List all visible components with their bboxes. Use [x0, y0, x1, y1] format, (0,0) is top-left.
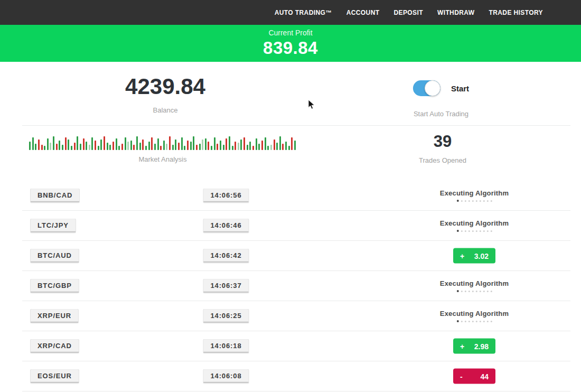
market-bar: [235, 142, 236, 150]
market-bar: [148, 142, 150, 150]
market-bar: [288, 146, 290, 150]
result-value: 2.98: [474, 342, 489, 350]
market-bar: [217, 144, 218, 150]
dot-icon: [472, 200, 474, 202]
market-bar: [98, 146, 99, 150]
dot-icon: [487, 230, 489, 232]
dot-icon: [483, 200, 485, 202]
market-bar: [258, 144, 260, 150]
dot-icon: [468, 291, 470, 292]
market-bar: [77, 136, 78, 150]
trade-row: BTC/AUD14:06:42+3.02: [22, 241, 570, 271]
market-bar: [116, 138, 117, 150]
market-bar: [35, 144, 36, 150]
market-bar: [282, 144, 284, 150]
dot-icon: [468, 321, 470, 322]
dot-icon: [491, 200, 492, 202]
dot-icon: [461, 291, 463, 292]
dot-icon: [487, 200, 489, 202]
market-bar: [62, 145, 63, 150]
trade-row: BNB/CAD14:06:56Executing Algorithm: [22, 181, 570, 211]
market-bar: [50, 143, 51, 150]
dot-icon: [491, 291, 492, 292]
market-bar: [220, 141, 221, 150]
time-badge: 14:06:37: [203, 279, 249, 293]
market-bar: [80, 144, 81, 150]
trades-opened-block: 39 Trades Opened: [419, 133, 466, 164]
trade-row: XRP/CAD14:06:18+2.98: [22, 331, 570, 361]
result-value: 3.02: [474, 251, 489, 260]
market-bar: [56, 144, 58, 150]
market-bar: [294, 141, 296, 150]
market-bar: [89, 145, 90, 150]
market-bar: [270, 145, 272, 150]
loss-badge: -44: [453, 369, 495, 384]
dot-icon: [487, 321, 489, 322]
dot-icon: [457, 230, 459, 232]
time-badge: 14:06:46: [203, 219, 249, 233]
result-sign: +: [460, 342, 464, 350]
market-bar: [190, 142, 192, 150]
market-bar: [178, 143, 180, 150]
market-bar: [243, 137, 245, 150]
market-bar: [279, 136, 281, 150]
top-nav: AUTO TRADING™ACCOUNTDEPOSITWITHDRAWTRADE…: [0, 0, 581, 25]
result-value: 44: [480, 372, 489, 380]
market-bar: [252, 146, 254, 150]
nav-item-trade-history[interactable]: TRADE HISTORY: [489, 9, 543, 16]
dot-icon: [483, 230, 485, 232]
market-bar: [238, 143, 239, 150]
trades-list: BNB/CAD14:06:56Executing AlgorithmLTC/JP…: [22, 181, 570, 391]
pair-badge: BNB/CAD: [30, 189, 80, 203]
dot-icon: [483, 291, 485, 292]
dot-icon: [465, 321, 466, 322]
market-bar: [29, 142, 31, 150]
trade-row: LTC/JPY14:06:46Executing Algorithm: [22, 211, 570, 241]
market-bar: [211, 146, 212, 150]
executing-algorithm-label: Executing Algorithm: [440, 189, 509, 197]
dot-icon: [461, 200, 463, 202]
balance-value: 4239.84: [125, 76, 205, 98]
dot-icon: [491, 321, 492, 322]
toggle-knob-icon: [425, 80, 441, 96]
trade-status-cell: Executing Algorithm: [440, 219, 509, 232]
dot-icon: [468, 200, 470, 202]
nav-item-account[interactable]: ACCOUNT: [346, 9, 380, 16]
trade-row: EOS/EUR14:06:08-44: [22, 361, 570, 391]
market-bar: [160, 146, 162, 150]
dot-icon: [483, 321, 485, 322]
current-profit-banner: Current Profit 839.84: [0, 25, 581, 62]
market-bar: [256, 138, 257, 150]
nav-item-auto-trading[interactable]: AUTO TRADING™: [275, 9, 332, 16]
trade-status-cell: +3.02: [453, 248, 495, 264]
market-bar: [100, 139, 102, 150]
dot-icon: [465, 200, 466, 202]
dot-icon: [480, 321, 481, 322]
market-bar: [109, 145, 111, 150]
trade-status-cell: Executing Algorithm: [440, 279, 509, 292]
profit-badge: +3.02: [453, 248, 495, 264]
dot-icon: [461, 321, 463, 322]
nav-item-withdraw[interactable]: WITHDRAW: [437, 9, 475, 16]
market-bar: [181, 137, 183, 150]
market-bar: [125, 137, 126, 150]
nav-item-deposit[interactable]: DEPOSIT: [393, 9, 423, 16]
market-bar: [163, 141, 165, 150]
market-bar: [157, 138, 159, 150]
time-badge: 14:06:56: [203, 189, 249, 203]
time-badge: 14:06:25: [203, 309, 249, 323]
auto-trading-toggle[interactable]: [413, 80, 441, 96]
trade-status-cell: -44: [453, 369, 495, 384]
dot-icon: [480, 230, 481, 232]
market-bar: [175, 139, 176, 150]
market-bar: [91, 137, 93, 150]
market-bar: [65, 137, 67, 150]
time-badge: 14:06:08: [203, 369, 249, 384]
market-bar: [95, 141, 96, 150]
market-bar: [285, 142, 287, 150]
trade-status-cell: +2.98: [453, 339, 495, 354]
pair-badge: BTC/AUD: [30, 249, 79, 263]
loading-dots-icon: [440, 320, 509, 322]
market-bar: [187, 141, 189, 150]
market-bar: [41, 145, 43, 150]
